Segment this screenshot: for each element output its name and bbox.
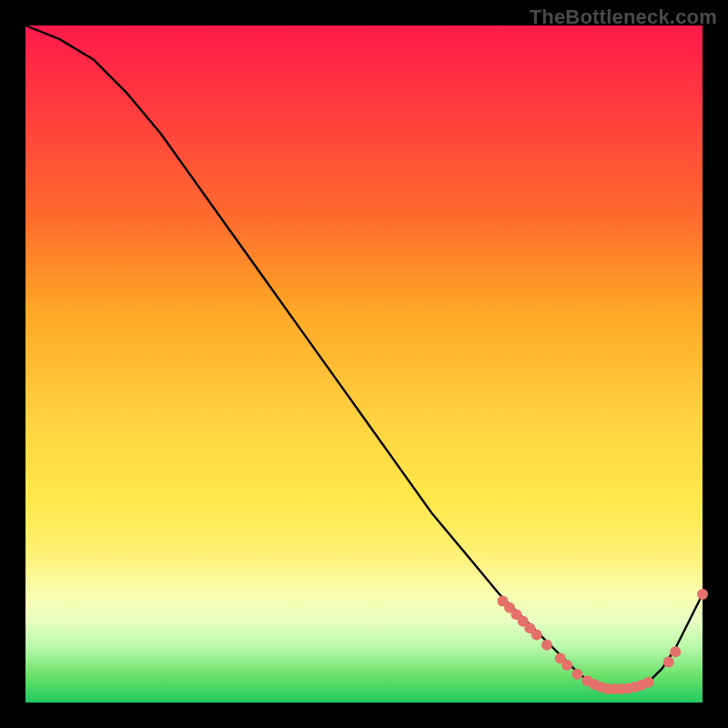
plot-area [25, 25, 703, 703]
chart-frame: TheBottleneck.com [0, 0, 728, 728]
marker-group [498, 589, 709, 694]
line-curve [25, 25, 703, 689]
data-marker [663, 656, 674, 667]
data-marker [697, 589, 708, 600]
chart-svg [25, 25, 703, 703]
data-marker [561, 660, 572, 671]
data-marker [531, 630, 542, 641]
data-marker [541, 640, 552, 651]
watermark-label: TheBottleneck.com [530, 5, 717, 29]
data-marker [643, 677, 654, 688]
data-marker [670, 646, 681, 657]
data-marker [571, 669, 582, 680]
